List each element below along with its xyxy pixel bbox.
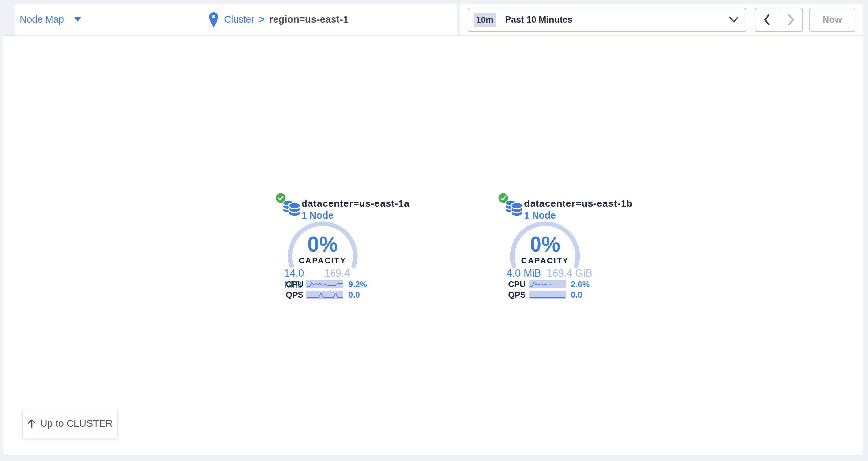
qps-metric-row: QPS 0.0	[270, 290, 409, 299]
qps-sparkline	[307, 291, 343, 299]
view-mode-label: Node Map	[20, 14, 64, 25]
up-to-cluster-button[interactable]: Up to CLUSTER	[23, 409, 118, 438]
node-count-link[interactable]: 1 Node	[524, 210, 556, 221]
capacity-percent: 0%	[510, 233, 580, 255]
capacity-used: 4.0 MiB	[506, 267, 541, 279]
qps-label: QPS	[270, 290, 303, 299]
time-next-button[interactable]	[779, 8, 803, 31]
chevron-left-icon	[762, 13, 771, 26]
capacity-percent: 0%	[288, 233, 358, 255]
arrow-up-icon	[27, 419, 36, 428]
caret-down-icon	[74, 18, 81, 22]
time-nav-group	[755, 7, 803, 32]
cpu-value: 9.2%	[348, 280, 367, 289]
cpu-value: 2.6%	[571, 280, 590, 289]
datacenter-card-us-east-1b[interactable]: datacenter=us-east-1b 1 Node 0% CAPACITY…	[493, 188, 631, 301]
map-canvas	[3, 35, 863, 455]
cpu-sparkline	[529, 280, 566, 288]
qps-label: QPS	[493, 290, 526, 299]
time-prev-button[interactable]	[755, 8, 779, 31]
capacity-values: 4.0 MiB 169.4 GiB	[506, 267, 592, 279]
up-to-cluster-label: Up to CLUSTER	[40, 418, 113, 429]
qps-value: 0.0	[348, 290, 360, 299]
cpu-sparkline	[307, 280, 343, 288]
capacity-label: CAPACITY	[510, 256, 580, 265]
view-mode-dropdown[interactable]: Node Map	[20, 4, 81, 35]
node-map-page: Node Map Cluster > region=us-east-1 10m …	[0, 0, 868, 461]
breadcrumb-link-cluster[interactable]: Cluster	[224, 14, 254, 25]
healthy-check-icon	[497, 192, 509, 204]
node-count-link[interactable]: 1 Node	[302, 210, 334, 221]
cpu-metric-row: CPU 2.6%	[493, 280, 631, 289]
now-button[interactable]: Now	[809, 7, 856, 32]
cpu-metric-row: CPU 9.2%	[270, 280, 409, 289]
breadcrumb-current: region=us-east-1	[269, 14, 349, 25]
healthy-check-icon	[275, 192, 287, 204]
qps-sparkline	[529, 291, 566, 299]
capacity-total: 169.4 GiB	[547, 267, 592, 279]
chevron-right-icon	[786, 13, 796, 26]
header-time-card: 10m Past 10 Minutes Now	[460, 4, 863, 35]
cpu-label: CPU	[493, 280, 526, 289]
qps-metric-row: QPS 0.0	[493, 290, 631, 299]
datacenter-name: datacenter=us-east-1a	[302, 198, 410, 209]
time-range-label: Past 10 Minutes	[505, 15, 572, 25]
header-nav-card: Node Map Cluster > region=us-east-1	[15, 4, 457, 35]
breadcrumb-separator: >	[259, 14, 265, 25]
datacenter-card-us-east-1a[interactable]: datacenter=us-east-1a 1 Node 0% CAPACITY…	[270, 188, 409, 301]
location-pin-icon	[209, 12, 218, 27]
cpu-label: CPU	[270, 280, 303, 289]
time-range-dropdown[interactable]: 10m Past 10 Minutes	[468, 7, 746, 32]
capacity-label: CAPACITY	[288, 256, 358, 265]
breadcrumb: Cluster > region=us-east-1	[209, 4, 349, 35]
time-range-badge: 10m	[473, 12, 496, 27]
chevron-down-icon	[728, 17, 739, 23]
datacenter-name: datacenter=us-east-1b	[524, 198, 633, 209]
qps-value: 0.0	[571, 290, 582, 299]
